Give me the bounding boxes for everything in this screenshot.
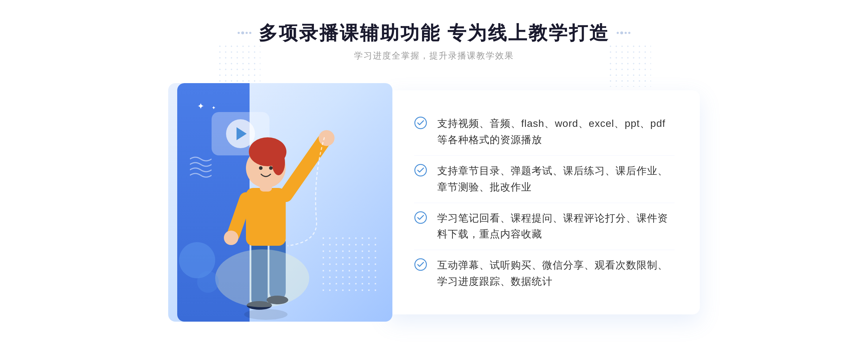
main-title: 多项录播课辅助功能 专为线上教学打造	[259, 22, 609, 44]
illustration-inner: ✦ ✦	[168, 83, 392, 322]
svg-point-18	[415, 164, 426, 176]
svg-point-15	[269, 166, 273, 170]
svg-point-13	[272, 150, 285, 175]
illustration-card: ✦ ✦	[168, 83, 392, 322]
check-icon-2	[414, 164, 427, 177]
svg-point-9	[224, 231, 238, 245]
svg-point-16	[215, 249, 309, 307]
decorator-dots-left	[238, 31, 251, 34]
feature-item-2: 支持章节目录、弹题考试、课后练习、课后作业、章节测验、批改作业	[414, 156, 675, 203]
decorator-dots-right	[617, 31, 630, 34]
svg-point-19	[415, 212, 426, 223]
header-decorators: 多项录播课辅助功能 专为线上教学打造	[238, 22, 630, 44]
svg-point-8	[319, 130, 335, 146]
features-card: 支持视频、音频、flash、word、excel、ppt、pdf等各种格式的资源…	[389, 90, 700, 314]
feature-text-1: 支持视频、音频、flash、word、excel、ppt、pdf等各种格式的资源…	[437, 116, 675, 148]
svg-line-7	[233, 199, 246, 235]
circle-deco-2	[197, 271, 219, 293]
svg-point-14	[259, 166, 263, 170]
wavy-lines-icon	[190, 155, 212, 184]
page-wrapper: 多项录播课辅助功能 专为线上教学打造 学习进度全掌握，提升录播课教学效果 »	[0, 0, 868, 352]
svg-point-0	[244, 309, 288, 320]
header-section: 多项录播课辅助功能 专为线上教学打造 学习进度全掌握，提升录播课教学效果	[238, 22, 630, 61]
check-icon-4	[414, 258, 427, 271]
feature-text-4: 互动弹幕、试听购买、微信分享、观看次数限制、学习进度跟踪、数据统计	[437, 257, 675, 290]
check-icon-1	[414, 116, 427, 129]
feature-text-3: 学习笔记回看、课程提问、课程评论打分、课件资料下载，重点内容收藏	[437, 210, 675, 243]
svg-point-20	[415, 259, 426, 270]
check-icon-3	[414, 211, 427, 224]
feature-item-3: 学习笔记回看、课程提问、课程评论打分、课件资料下载，重点内容收藏	[414, 203, 675, 250]
content-area: » ✦ ✦	[145, 83, 723, 322]
subtitle: 学习进度全掌握，提升录播课教学效果	[238, 50, 630, 61]
feature-text-2: 支持章节目录、弹题考试、课后练习、课后作业、章节测验、批改作业	[437, 163, 675, 196]
feature-item-1: 支持视频、音频、flash、word、excel、ppt、pdf等各种格式的资源…	[414, 108, 675, 156]
feature-item-4: 互动弹幕、试听购买、微信分享、观看次数限制、学习进度跟踪、数据统计	[414, 250, 675, 297]
svg-point-17	[415, 117, 426, 129]
